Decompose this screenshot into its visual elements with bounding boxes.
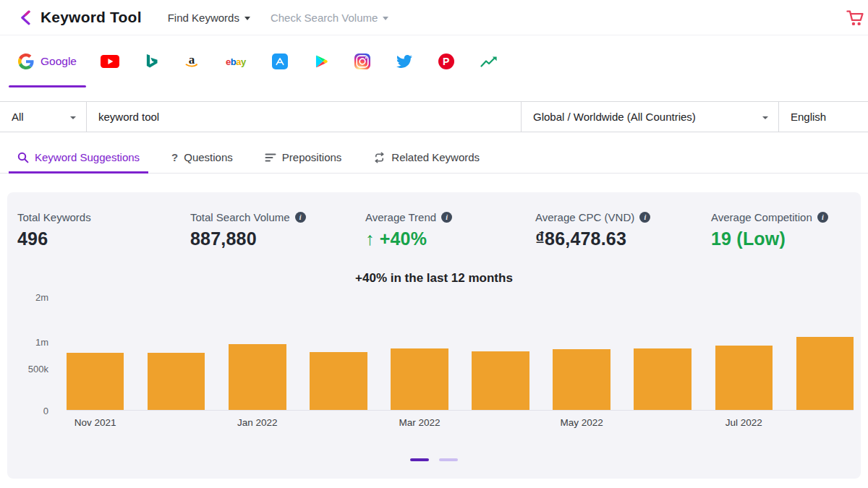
cart-icon bbox=[846, 9, 864, 26]
stat-value: 19 (Low) bbox=[711, 228, 861, 249]
bar-jun-2022 bbox=[634, 348, 691, 411]
stat-average-trend: Average Trendi ↑+40% bbox=[365, 211, 535, 249]
bar-dec-2021 bbox=[148, 353, 205, 411]
ebay-icon: ebay bbox=[226, 56, 246, 67]
carousel-dots bbox=[410, 458, 458, 461]
google-icon bbox=[18, 53, 34, 69]
tab-label: Questions bbox=[184, 151, 233, 163]
stat-value: ₫86,478.63 bbox=[535, 228, 711, 249]
bar-jul-2022 bbox=[715, 346, 773, 411]
chart-title: +40% in the last 12 months bbox=[7, 271, 861, 286]
trend-up-arrow-icon: ↑ bbox=[365, 228, 375, 249]
bar-feb-2022 bbox=[310, 352, 367, 411]
bar-jan-2022 bbox=[229, 344, 286, 411]
location-selected-value: Global / Worldwide (All Countries) bbox=[533, 111, 696, 123]
stat-average-competition: Average Competitioni 19 (Low) bbox=[711, 211, 861, 249]
nav-check-search-volume[interactable]: Check Search Volume bbox=[271, 12, 388, 24]
chevron-down-icon bbox=[383, 17, 388, 20]
platform-tab-trends[interactable] bbox=[467, 35, 511, 87]
x-axis-label bbox=[310, 417, 367, 430]
tab-questions[interactable]: ? Questions bbox=[171, 142, 233, 173]
amazon-icon: a bbox=[184, 53, 200, 69]
platform-tab-pinterest[interactable]: P bbox=[425, 35, 467, 87]
platform-tab-google[interactable]: Google bbox=[7, 35, 88, 87]
x-axis-label: Jan 2022 bbox=[229, 417, 286, 430]
x-axis-labels: Nov 2021Jan 2022Mar 2022May 2022Jul 2022 bbox=[67, 417, 854, 430]
keyword-tool-logo-icon bbox=[19, 10, 34, 25]
bing-icon bbox=[145, 54, 158, 69]
platform-tab-label: Google bbox=[41, 55, 77, 68]
platform-tab-twitter[interactable] bbox=[383, 35, 425, 87]
search-input[interactable] bbox=[87, 102, 521, 132]
chevron-down-icon bbox=[244, 17, 250, 20]
platform-tab-instagram[interactable] bbox=[341, 35, 383, 87]
search-icon bbox=[17, 152, 29, 163]
platform-tab-google-play[interactable] bbox=[301, 35, 341, 87]
bar-may-2022 bbox=[553, 349, 610, 411]
bar-mar-2022 bbox=[391, 348, 448, 411]
bar-apr-2022 bbox=[472, 351, 529, 411]
stat-label: Average CPC (VND) bbox=[535, 211, 634, 223]
bar-aug-2022 bbox=[796, 337, 854, 411]
tab-label: Prepositions bbox=[282, 151, 342, 163]
carousel-dot-1[interactable] bbox=[410, 458, 429, 461]
location-select[interactable]: Global / Worldwide (All Countries) bbox=[521, 102, 778, 132]
stat-value: ↑+40% bbox=[365, 228, 535, 249]
category-select[interactable]: All bbox=[0, 102, 87, 132]
language-select[interactable]: English bbox=[778, 102, 868, 132]
search-bar: All Global / Worldwide (All Countries) E… bbox=[0, 101, 868, 132]
bars bbox=[67, 297, 854, 411]
brand[interactable]: Keyword Tool bbox=[19, 9, 142, 26]
platform-tab-bing[interactable] bbox=[132, 35, 171, 87]
cart-button[interactable] bbox=[846, 9, 864, 26]
x-axis-label: Nov 2021 bbox=[67, 417, 124, 430]
bar-nov-2021 bbox=[67, 353, 124, 411]
y-axis: 0500k1m2m bbox=[16, 297, 58, 411]
top-nav: Find Keywords Check Search Volume bbox=[168, 12, 389, 24]
trend-chart: 0500k1m2m Nov 2021Jan 2022Mar 2022May 20… bbox=[7, 297, 861, 430]
tab-label: Related Keywords bbox=[391, 151, 480, 163]
platform-tab-amazon[interactable]: a bbox=[171, 35, 213, 87]
repeat-icon bbox=[373, 152, 386, 163]
tab-prepositions[interactable]: Prepositions bbox=[265, 142, 342, 173]
twitter-icon bbox=[396, 53, 412, 69]
nav-label: Check Search Volume bbox=[271, 12, 378, 24]
info-icon[interactable]: i bbox=[441, 212, 452, 223]
stat-value: 496 bbox=[17, 228, 190, 249]
tab-label: Keyword Suggestions bbox=[35, 151, 140, 163]
platform-tab-app-store[interactable] bbox=[259, 35, 301, 87]
x-axis-line bbox=[67, 410, 854, 411]
question-mark-icon: ? bbox=[171, 151, 178, 163]
platform-tabs: GoogleaebayP bbox=[0, 35, 868, 87]
y-axis-label: 1m bbox=[35, 337, 48, 346]
platform-tab-youtube[interactable] bbox=[88, 35, 132, 87]
overview-panel: Total Keywords 496 Total Search Volumei … bbox=[7, 192, 861, 479]
nav-label: Find Keywords bbox=[168, 12, 239, 24]
tab-related-keywords[interactable]: Related Keywords bbox=[373, 142, 480, 173]
nav-find-keywords[interactable]: Find Keywords bbox=[168, 12, 250, 24]
result-tabs: Keyword Suggestions ? Questions Preposit… bbox=[0, 142, 868, 174]
carousel-dot-2[interactable] bbox=[439, 458, 458, 461]
info-icon[interactable]: i bbox=[295, 212, 306, 223]
stat-label: Total Search Volume bbox=[190, 211, 290, 223]
info-icon[interactable]: i bbox=[817, 212, 828, 223]
info-icon[interactable]: i bbox=[639, 212, 650, 223]
tab-keyword-suggestions[interactable]: Keyword Suggestions bbox=[17, 142, 140, 173]
plot-area: Nov 2021Jan 2022Mar 2022May 2022Jul 2022 bbox=[67, 297, 854, 430]
language-selected-value: English bbox=[791, 111, 826, 123]
pinterest-icon: P bbox=[438, 53, 454, 69]
stat-label: Total Keywords bbox=[17, 211, 91, 223]
y-axis-label: 2m bbox=[35, 293, 48, 302]
platform-tab-ebay[interactable]: ebay bbox=[213, 35, 259, 87]
x-axis-label: Jul 2022 bbox=[715, 417, 773, 430]
brand-name: Keyword Tool bbox=[41, 9, 142, 26]
chevron-down-icon bbox=[70, 116, 76, 119]
svg-text:a: a bbox=[189, 53, 195, 67]
stat-total-keywords: Total Keywords 496 bbox=[17, 211, 190, 249]
app-store-icon bbox=[272, 53, 288, 69]
filter-list-icon bbox=[265, 153, 276, 163]
x-axis-label bbox=[634, 417, 691, 430]
x-axis-label: Mar 2022 bbox=[391, 417, 448, 430]
x-axis-label: May 2022 bbox=[553, 417, 610, 430]
stats-row: Total Keywords 496 Total Search Volumei … bbox=[7, 211, 861, 249]
